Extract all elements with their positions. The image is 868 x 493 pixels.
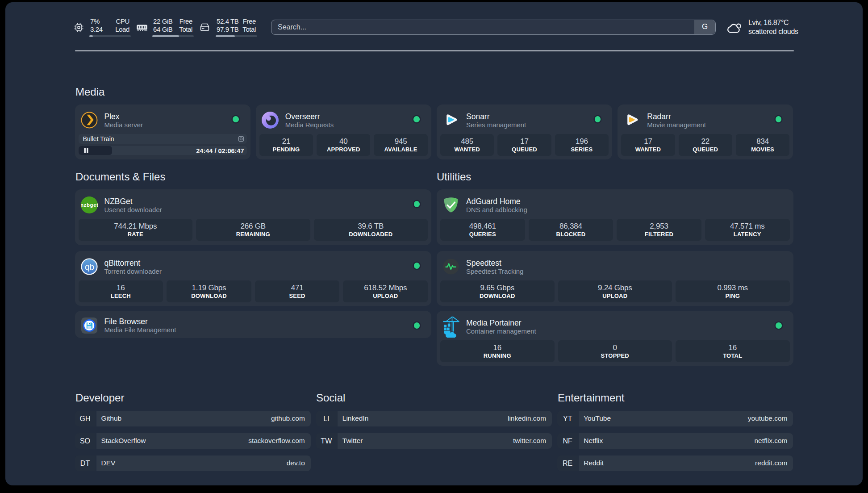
svg-text:qb: qb: [84, 262, 94, 272]
svg-text:nzbget: nzbget: [81, 202, 98, 208]
